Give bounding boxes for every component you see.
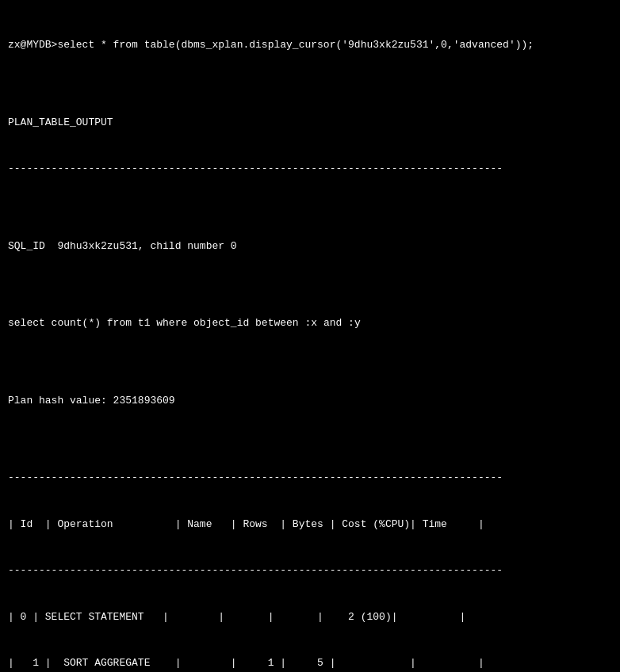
row-1: | 1 | SORT AGGREGATE | | 1 | 5 | | | <box>8 655 612 671</box>
table-header: | Id | Operation | Name | Rows | Bytes |… <box>8 517 612 533</box>
command-line: zx@MYDB>select * from table(dbms_xplan.d… <box>8 37 612 53</box>
hash-line: Plan hash value: 2351893609 <box>8 393 612 409</box>
query-line: select count(*) from t1 where object_id … <box>8 315 612 331</box>
separator-3: ----------------------------------------… <box>8 563 612 578</box>
sql-id-line: SQL_ID 9dhu3xk2zu531, child number 0 <box>8 239 612 254</box>
y-bind: :y <box>342 317 360 329</box>
terminal-window: zx@MYDB>select * from table(dbms_xplan.d… <box>8 6 612 672</box>
and-keyword: and <box>323 317 342 329</box>
separator-1: ----------------------------------------… <box>8 161 612 177</box>
separator-2: ----------------------------------------… <box>8 470 612 486</box>
row-0: | 0 | SELECT STATEMENT | | | | 2 (100)| … <box>8 609 612 625</box>
query-text: select count(*) from t1 where object_id … <box>8 317 323 329</box>
plan-table-label: PLAN_TABLE_OUTPUT <box>8 115 612 131</box>
